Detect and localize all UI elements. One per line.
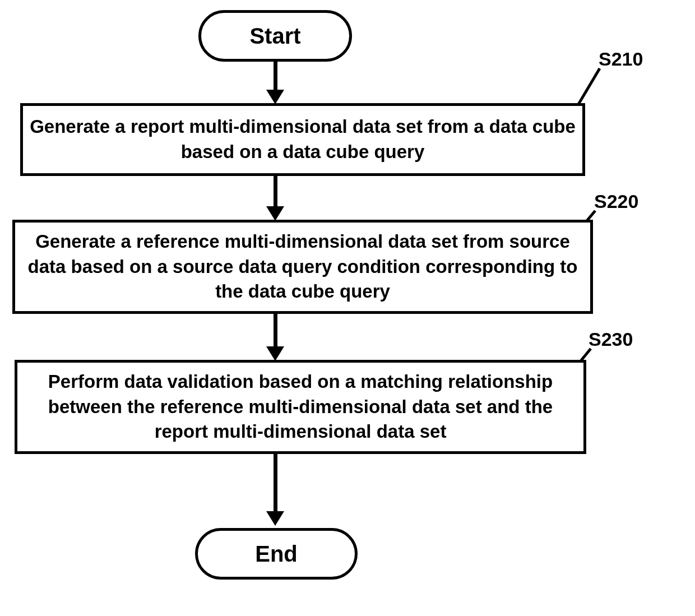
label-s210: S210 xyxy=(599,48,643,70)
process-s210-text: Generate a report multi-dimensional data… xyxy=(30,114,576,164)
process-s210: Generate a report multi-dimensional data… xyxy=(20,103,585,176)
terminator-start-label: Start xyxy=(249,25,300,47)
label-s230: S230 xyxy=(589,328,633,350)
process-s220: Generate a reference multi-dimensional d… xyxy=(12,220,593,314)
label-s220: S220 xyxy=(594,191,638,212)
terminator-end-label: End xyxy=(255,543,298,565)
svg-line-2 xyxy=(581,349,591,361)
terminator-start: Start xyxy=(198,10,352,62)
process-s220-text: Generate a reference multi-dimensional d… xyxy=(22,229,583,304)
flowchart-canvas: Start Generate a report multi-dimensiona… xyxy=(0,0,695,616)
process-s230-text: Perform data validation based on a match… xyxy=(24,369,577,444)
svg-line-0 xyxy=(578,68,600,104)
terminator-end: End xyxy=(195,528,358,580)
process-s230: Perform data validation based on a match… xyxy=(15,360,586,454)
